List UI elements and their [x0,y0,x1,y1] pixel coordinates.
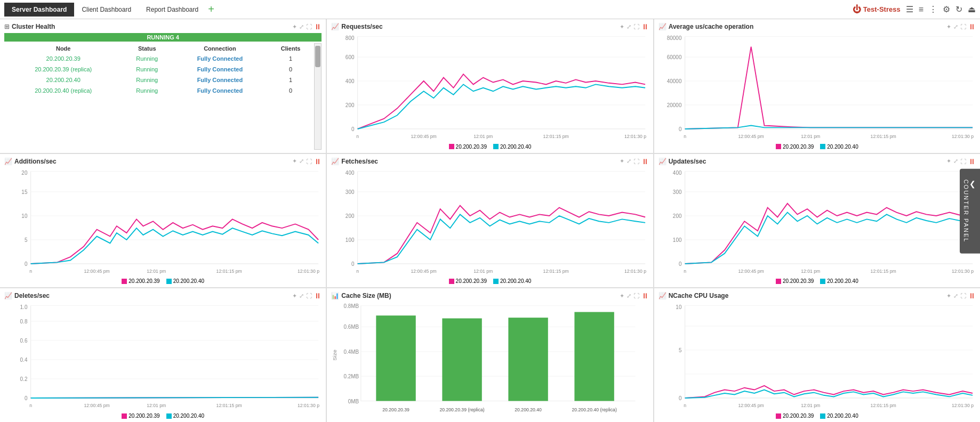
node-link[interactable]: 20.200.20.39 [46,55,81,62]
legend-dot-cyan [493,144,499,149]
updates-controls: ✦ ⤢ ⛶ [946,158,966,165]
upd-fullscreen-icon[interactable]: ⛶ [960,158,966,165]
svg-text:12:00:45 pm: 12:00:45 pm [738,134,764,139]
add-expand-icon[interactable]: ⤢ [299,158,304,165]
fetch-expand-icon[interactable]: ⤢ [626,158,631,165]
fetch-fullscreen-icon[interactable]: ⛶ [633,158,639,165]
svg-text:n: n [29,268,32,273]
fetches-controls: ✦ ⤢ ⛶ [620,158,639,165]
ncache-fullscreen-icon[interactable]: ⛶ [960,293,966,299]
svg-text:12:01:15 pm: 12:01:15 pm [870,134,896,139]
updates-icon: 📈 [658,158,666,165]
cluster-expand-icon[interactable]: ⤢ [299,23,304,30]
ncache-header: 📈 NCache CPU Usage ✦ ⤢ ⛶ ⏸ [658,291,976,300]
ncache-icon: 📈 [658,292,666,299]
avg-expand-icon[interactable]: ⤢ [953,23,958,30]
fetch-legend-1: 20.200.20.39 [449,278,487,284]
deletes-sec-panel: 📈 Deletes/sec ✦ ⤢ ⛶ ⏸ 0 0.2 0.4 [0,288,326,422]
avg-settings-icon[interactable]: ✦ [946,23,951,30]
ncache-pause-button[interactable]: ⏸ [968,291,976,300]
clients-cell: 1 [268,54,314,63]
add-settings-icon[interactable]: ✦ [292,158,297,165]
cluster-settings-icon[interactable]: ✦ [292,23,297,30]
tab-client-dashboard[interactable]: Client Dashboard [74,3,139,17]
hamburger-double-icon[interactable]: ≡ [919,5,923,14]
col-clients: Clients [268,44,314,53]
cache-expand-icon[interactable]: ⤢ [626,293,631,299]
additions-pause-button[interactable]: ⏸ [314,157,322,166]
upd-dot-cyan [820,279,825,284]
updates-title: Updates/sec [669,158,944,165]
ncache-settings-icon[interactable]: ✦ [946,293,951,299]
table-row: 20.200.20.40 (replica) Running Fully Con… [5,86,313,95]
updates-sec-panel: 📈 Updates/sec ✦ ⤢ ⛶ ⏸ 0 100 200 300 [654,154,980,288]
dashboard-grid: ⊞ Cluster Health ✦ ⤢ ⛶ ⏸ RUNNING 4 Node … [0,19,980,422]
req-settings-icon[interactable]: ✦ [620,23,624,30]
svg-text:600: 600 [346,54,355,60]
disconnect-icon[interactable]: ⏏ [968,4,976,14]
node-link[interactable]: 20.200.20.40 (replica) [35,87,92,94]
svg-rect-118 [443,319,482,401]
cache-fullscreen-icon[interactable]: ⛶ [633,293,639,299]
avg-dot-pink [776,144,781,149]
cluster-pause-button[interactable]: ⏸ [314,22,322,31]
add-tab-button[interactable]: + [208,3,214,15]
table-row: 20.200.20.40 Running Fully Connected 1 [5,75,313,85]
fetch-dot-pink [449,279,454,284]
svg-text:200: 200 [346,102,355,108]
svg-text:12:00:45 pm: 12:00:45 pm [738,268,764,273]
hamburger-triple-icon[interactable]: ⋮ [929,4,937,14]
avg-pause-button[interactable]: ⏸ [968,22,976,31]
svg-text:0.2: 0.2 [20,376,28,382]
cache-controls: ✦ ⤢ ⛶ [620,293,639,299]
avg-dot-cyan [820,144,825,149]
svg-text:100: 100 [673,237,682,242]
settings-icon[interactable]: ⚙ [943,4,950,14]
additions-controls: ✦ ⤢ ⛶ [292,158,312,165]
svg-text:20000: 20000 [666,102,681,108]
add-fullscreen-icon[interactable]: ⛶ [306,158,312,165]
svg-text:800: 800 [346,35,355,41]
legend-label-2: 20.200.20.40 [500,144,531,150]
cluster-health-title: Cluster Health [12,23,290,30]
del-settings-icon[interactable]: ✦ [292,293,297,299]
brand-name: Test-Stress [863,5,901,13]
avg-label-1: 20.200.20.39 [783,144,814,150]
upd-legend-1: 20.200.20.39 [776,278,814,284]
svg-text:n: n [29,403,32,408]
additions-title: Additions/sec [14,158,290,165]
fetches-pause-button[interactable]: ⏸ [641,157,649,166]
upd-expand-icon[interactable]: ⤢ [953,158,958,165]
del-fullscreen-icon[interactable]: ⛶ [306,293,312,299]
cluster-scrollbar[interactable] [314,43,322,150]
updates-pause-button[interactable]: ⏸ [968,157,976,166]
tab-report-dashboard[interactable]: Report Dashboard [139,3,206,17]
hamburger-single-icon[interactable]: ☰ [906,4,913,14]
ncache-expand-icon[interactable]: ⤢ [953,293,958,299]
req-expand-icon[interactable]: ⤢ [626,23,631,30]
node-link[interactable]: 20.200.20.39 (replica) [35,66,92,72]
additions-legend: 20.200.20.39 20.200.20.40 [4,278,322,284]
requests-pause-button[interactable]: ⏸ [641,22,649,31]
counter-panel-tab[interactable]: COUNTER PANEL [960,169,980,254]
upd-label-2: 20.200.20.40 [827,278,858,284]
cache-settings-icon[interactable]: ✦ [620,293,624,299]
ncache-controls: ✦ ⤢ ⛶ [946,293,966,299]
upd-settings-icon[interactable]: ✦ [946,158,951,165]
node-link[interactable]: 20.200.20.40 [46,77,81,83]
del-expand-icon[interactable]: ⤢ [299,293,304,299]
fetch-settings-icon[interactable]: ✦ [620,158,624,165]
avg-title: Average us/cache operation [669,23,944,30]
svg-text:0.4MB: 0.4MB [344,349,359,355]
req-fullscreen-icon[interactable]: ⛶ [633,23,639,30]
ncache-dot-cyan [820,413,825,419]
cache-pause-button[interactable]: ⏸ [641,291,649,300]
avg-legend: 20.200.20.39 20.200.20.40 [658,144,976,150]
refresh-icon[interactable]: ↻ [955,4,962,14]
tab-server-dashboard[interactable]: Server Dashboard [4,3,74,17]
svg-text:1.0: 1.0 [20,304,28,310]
deletes-pause-button[interactable]: ⏸ [314,291,322,300]
cache-bar-chart: Size 0MB 0.2MB 0.4MB 0.6MB 0.8MB [331,302,648,419]
cluster-fullscreen-icon[interactable]: ⛶ [306,23,312,30]
avg-fullscreen-icon[interactable]: ⛶ [960,23,966,30]
